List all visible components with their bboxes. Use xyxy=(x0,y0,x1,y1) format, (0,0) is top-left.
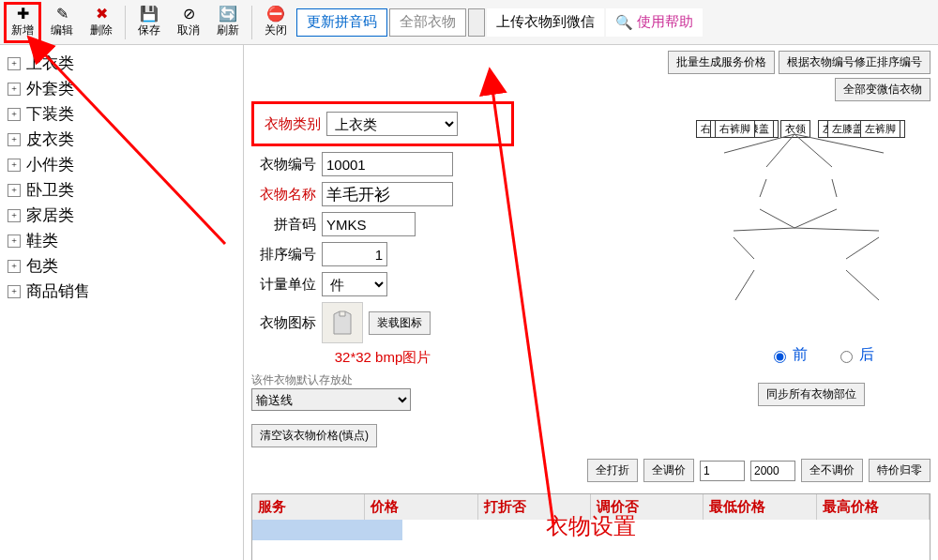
default-place-select[interactable]: 输送线 xyxy=(251,388,411,411)
all-no-adjust-button[interactable]: 全不调价 xyxy=(801,459,863,482)
back-label: 后 xyxy=(859,345,874,365)
tree-label: 皮衣类 xyxy=(26,129,74,150)
svg-line-2 xyxy=(766,134,794,167)
category-select[interactable]: 上衣类 xyxy=(326,112,458,136)
diag-r-foot[interactable]: 右裤脚 xyxy=(715,120,755,138)
tree-item[interactable]: +商品销售 xyxy=(0,279,243,304)
tree-item[interactable]: +下装类 xyxy=(0,101,243,127)
tree-label: 包类 xyxy=(26,255,58,277)
number-input[interactable] xyxy=(322,152,453,176)
pinyin-label: 拼音码 xyxy=(251,216,322,234)
toolbar: ✚ 新增 ✎ 编辑 ✖ 删除 💾 保存 ⊘ 取消 🔄 刷新 ⛔ 关闭 更新拼音码… xyxy=(0,0,938,45)
tree-item[interactable]: +小件类 xyxy=(0,152,243,177)
edit-button[interactable]: ✎ 编辑 xyxy=(43,2,81,43)
adjust-val1-input[interactable] xyxy=(700,461,745,481)
default-place-label: 该件衣物默认存放处 xyxy=(251,372,514,388)
delete-button[interactable]: ✖ 删除 xyxy=(83,2,120,43)
tree-item[interactable]: +外套类 xyxy=(0,76,243,101)
close-icon: ⛔ xyxy=(266,6,285,23)
close-button[interactable]: ⛔ 关闭 xyxy=(257,2,295,43)
svg-line-5 xyxy=(832,179,837,197)
batch-price-button[interactable]: 批量生成服务价格 xyxy=(668,51,775,74)
upload-wechat-button[interactable]: 上传衣物到微信 xyxy=(487,8,604,37)
adjust-val2-input[interactable] xyxy=(750,461,795,481)
tree-label: 家居类 xyxy=(26,204,74,226)
help-button[interactable]: 🔍 使用帮助 xyxy=(606,8,703,37)
diag-l-foot[interactable]: 左裤脚 xyxy=(860,120,900,138)
refresh-button[interactable]: 🔄 刷新 xyxy=(209,2,247,43)
radio-front[interactable]: 前 xyxy=(769,345,808,365)
edit-label: 编辑 xyxy=(51,23,73,38)
tree-label: 商品销售 xyxy=(26,280,90,302)
cancel-icon: ⊘ xyxy=(183,6,195,23)
expand-icon[interactable]: + xyxy=(8,235,21,248)
svg-line-9 xyxy=(794,228,879,231)
all-clothes-button[interactable]: 全部衣物 xyxy=(389,8,466,37)
expand-icon[interactable]: + xyxy=(8,57,21,70)
save-label: 保存 xyxy=(138,23,160,38)
expand-icon[interactable]: + xyxy=(8,209,21,222)
name-input[interactable] xyxy=(322,182,453,206)
footer-title: 衣物设置 xyxy=(546,511,636,541)
all-to-wechat-button[interactable]: 全部变微信衣物 xyxy=(835,78,930,101)
tree-label: 卧卫类 xyxy=(26,179,74,201)
new-button[interactable]: ✚ 新增 xyxy=(4,2,41,43)
expand-icon[interactable]: + xyxy=(8,133,21,146)
number-label: 衣物编号 xyxy=(251,156,322,174)
expand-icon[interactable]: + xyxy=(8,285,21,298)
expand-icon[interactable]: + xyxy=(8,83,21,96)
sidebar: +上衣类 +外套类 +下装类 +皮衣类 +小件类 +卧卫类 +家居类 +鞋类 +… xyxy=(0,45,244,560)
main-panel: 批量生成服务价格 根据衣物编号修正排序编号 全部变微信衣物 衣物类别 上衣类 衣… xyxy=(244,45,938,560)
save-button[interactable]: 💾 保存 xyxy=(130,2,168,43)
clear-price-button[interactable]: 清空该衣物价格(慎点) xyxy=(251,424,377,447)
update-pinyin-button[interactable]: 更新拼音码 xyxy=(296,8,387,37)
body-part-diagram: 衣领 右袖 左袖 右胸 左胸 右下摆 左下摆 右裤腰 左裤腰 右膝盖 左膝盖 右… xyxy=(677,120,921,336)
all-clothes-dropdown[interactable] xyxy=(468,8,485,37)
expand-icon[interactable]: + xyxy=(8,159,21,172)
refresh-icon: 🔄 xyxy=(219,6,237,23)
tree-item[interactable]: +鞋类 xyxy=(0,228,243,253)
front-label: 前 xyxy=(793,345,808,365)
unit-label: 计量单位 xyxy=(251,276,322,294)
col-min: 最低价格 xyxy=(704,494,816,520)
icon-thumbnail[interactable] xyxy=(322,302,363,343)
load-icon-button[interactable]: 装载图标 xyxy=(369,311,431,335)
tree-item[interactable]: +皮衣类 xyxy=(0,127,243,152)
tree-item[interactable]: +包类 xyxy=(0,253,243,279)
expand-icon[interactable]: + xyxy=(8,260,21,273)
special-reset-button[interactable]: 特价归零 xyxy=(869,459,930,482)
front-back-radio: 前 后 xyxy=(769,345,874,365)
tree-item[interactable]: +卧卫类 xyxy=(0,177,243,203)
svg-line-13 xyxy=(846,270,879,300)
svg-line-12 xyxy=(735,270,754,300)
cancel-label: 取消 xyxy=(177,23,200,38)
sort-input[interactable] xyxy=(322,242,387,266)
new-label: 新增 xyxy=(11,23,34,38)
diag-collar[interactable]: 衣领 xyxy=(780,120,810,138)
radio-back[interactable]: 后 xyxy=(836,345,874,365)
plus-icon: ✚ xyxy=(17,6,29,23)
tree-label: 下装类 xyxy=(26,103,74,125)
sort-label: 排序编号 xyxy=(251,246,322,264)
expand-icon[interactable]: + xyxy=(8,184,21,197)
all-adjust-button[interactable]: 全调价 xyxy=(643,459,694,482)
save-icon: 💾 xyxy=(140,6,159,23)
pinyin-input[interactable] xyxy=(322,212,416,236)
svg-line-4 xyxy=(760,179,766,197)
cancel-button[interactable]: ⊘ 取消 xyxy=(170,2,207,43)
icon-note: 32*32 bmp图片 xyxy=(251,349,514,367)
all-discount-button[interactable]: 全打折 xyxy=(587,459,638,482)
expand-icon[interactable]: + xyxy=(8,108,21,121)
unit-select[interactable]: 件 xyxy=(322,272,387,296)
category-label: 衣物类别 xyxy=(256,115,326,133)
tree-label: 外套类 xyxy=(26,78,74,99)
tree-item[interactable]: +上衣类 xyxy=(0,51,243,76)
tree-item[interactable]: +家居类 xyxy=(0,203,243,228)
tree-label: 鞋类 xyxy=(26,230,58,251)
sync-parts-button[interactable]: 同步所有衣物部位 xyxy=(758,383,865,406)
col-service: 服务 xyxy=(252,494,365,520)
fix-order-button[interactable]: 根据衣物编号修正排序编号 xyxy=(779,51,930,74)
svg-line-11 xyxy=(846,237,879,259)
selected-row[interactable] xyxy=(252,520,402,540)
col-max: 最高价格 xyxy=(817,494,930,520)
